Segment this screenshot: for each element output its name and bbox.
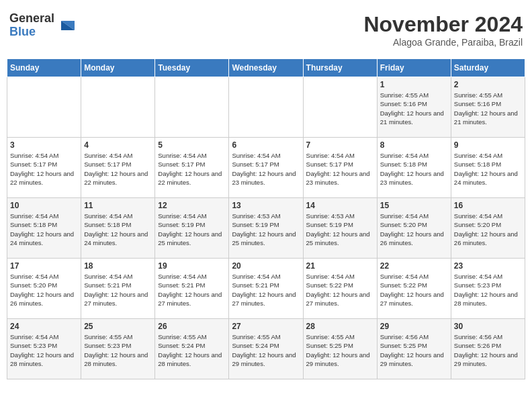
weekday-header-tuesday: Tuesday	[155, 59, 229, 77]
calendar-cell: 20Sunrise: 4:54 AM Sunset: 5:21 PM Dayli…	[229, 259, 303, 319]
calendar-cell: 22Sunrise: 4:54 AM Sunset: 5:22 PM Dayli…	[377, 259, 451, 319]
day-info: Sunrise: 4:55 AM Sunset: 5:25 PM Dayligh…	[306, 332, 374, 368]
day-info: Sunrise: 4:55 AM Sunset: 5:23 PM Dayligh…	[84, 332, 152, 368]
day-number: 17	[10, 261, 78, 271]
day-number: 20	[232, 261, 300, 271]
day-info: Sunrise: 4:54 AM Sunset: 5:20 PM Dayligh…	[454, 212, 522, 247]
calendar-cell: 13Sunrise: 4:53 AM Sunset: 5:19 PM Dayli…	[229, 198, 303, 259]
calendar-cell: 18Sunrise: 4:54 AM Sunset: 5:21 PM Dayli…	[81, 259, 155, 319]
calendar-cell: 21Sunrise: 4:54 AM Sunset: 5:22 PM Dayli…	[303, 259, 377, 319]
day-number: 5	[158, 140, 226, 150]
day-info: Sunrise: 4:56 AM Sunset: 5:26 PM Dayligh…	[454, 332, 522, 368]
day-info: Sunrise: 4:54 AM Sunset: 5:20 PM Dayligh…	[380, 212, 448, 247]
weekday-header-saturday: Saturday	[451, 59, 525, 77]
day-info: Sunrise: 4:54 AM Sunset: 5:23 PM Dayligh…	[10, 332, 78, 368]
day-number: 18	[84, 261, 152, 271]
logo: General Blue	[9, 12, 76, 39]
day-info: Sunrise: 4:54 AM Sunset: 5:20 PM Dayligh…	[10, 272, 78, 308]
day-number: 1	[380, 80, 448, 89]
day-info: Sunrise: 4:54 AM Sunset: 5:22 PM Dayligh…	[380, 272, 448, 308]
page-header: General Blue November 2024 Alagoa Grande…	[7, 7, 525, 53]
day-info: Sunrise: 4:54 AM Sunset: 5:22 PM Dayligh…	[306, 272, 374, 308]
calendar-cell: 7Sunrise: 4:54 AM Sunset: 5:17 PM Daylig…	[303, 138, 377, 198]
day-info: Sunrise: 4:54 AM Sunset: 5:17 PM Dayligh…	[232, 151, 300, 187]
calendar-cell: 3Sunrise: 4:54 AM Sunset: 5:17 PM Daylig…	[7, 138, 81, 198]
calendar-cell: 24Sunrise: 4:54 AM Sunset: 5:23 PM Dayli…	[7, 319, 81, 379]
calendar-cell: 6Sunrise: 4:54 AM Sunset: 5:17 PM Daylig…	[229, 138, 303, 198]
day-number: 2	[454, 80, 522, 89]
month-year-title: November 2024	[363, 12, 523, 37]
day-number: 28	[306, 322, 374, 331]
day-number: 29	[380, 322, 448, 331]
day-info: Sunrise: 4:54 AM Sunset: 5:23 PM Dayligh…	[454, 272, 522, 308]
day-number: 24	[10, 322, 78, 331]
calendar-cell: 28Sunrise: 4:55 AM Sunset: 5:25 PM Dayli…	[303, 319, 377, 379]
calendar-cell: 11Sunrise: 4:54 AM Sunset: 5:18 PM Dayli…	[81, 198, 155, 259]
calendar-header: SundayMondayTuesdayWednesdayThursdayFrid…	[7, 59, 525, 77]
day-info: Sunrise: 4:54 AM Sunset: 5:19 PM Dayligh…	[158, 212, 226, 247]
day-info: Sunrise: 4:54 AM Sunset: 5:18 PM Dayligh…	[380, 151, 448, 187]
day-info: Sunrise: 4:54 AM Sunset: 5:17 PM Dayligh…	[84, 151, 152, 187]
day-info: Sunrise: 4:53 AM Sunset: 5:19 PM Dayligh…	[232, 212, 300, 247]
day-number: 4	[84, 140, 152, 150]
day-info: Sunrise: 4:54 AM Sunset: 5:17 PM Dayligh…	[306, 151, 374, 187]
calendar-cell: 26Sunrise: 4:55 AM Sunset: 5:24 PM Dayli…	[155, 319, 229, 379]
day-number: 15	[380, 201, 448, 210]
calendar-cell: 17Sunrise: 4:54 AM Sunset: 5:20 PM Dayli…	[7, 259, 81, 319]
day-number: 13	[232, 201, 300, 210]
day-number: 27	[232, 322, 300, 331]
calendar-cell	[7, 77, 81, 138]
calendar-cell: 19Sunrise: 4:54 AM Sunset: 5:21 PM Dayli…	[155, 259, 229, 319]
calendar-week-row: 3Sunrise: 4:54 AM Sunset: 5:17 PM Daylig…	[7, 138, 525, 198]
calendar-week-row: 1Sunrise: 4:55 AM Sunset: 5:16 PM Daylig…	[7, 77, 525, 138]
day-info: Sunrise: 4:54 AM Sunset: 5:17 PM Dayligh…	[10, 151, 78, 187]
calendar-week-row: 17Sunrise: 4:54 AM Sunset: 5:20 PM Dayli…	[7, 259, 525, 319]
calendar-cell: 16Sunrise: 4:54 AM Sunset: 5:20 PM Dayli…	[451, 198, 525, 259]
calendar-cell: 27Sunrise: 4:55 AM Sunset: 5:24 PM Dayli…	[229, 319, 303, 379]
weekday-header-wednesday: Wednesday	[229, 59, 303, 77]
day-number: 11	[84, 201, 152, 210]
day-number: 23	[454, 261, 522, 271]
day-number: 26	[158, 322, 226, 331]
day-number: 10	[10, 201, 78, 210]
day-info: Sunrise: 4:54 AM Sunset: 5:21 PM Dayligh…	[158, 272, 226, 308]
day-info: Sunrise: 4:56 AM Sunset: 5:25 PM Dayligh…	[380, 332, 448, 368]
calendar-week-row: 24Sunrise: 4:54 AM Sunset: 5:23 PM Dayli…	[7, 319, 525, 379]
calendar-cell: 25Sunrise: 4:55 AM Sunset: 5:23 PM Dayli…	[81, 319, 155, 379]
calendar-body: 1Sunrise: 4:55 AM Sunset: 5:16 PM Daylig…	[7, 77, 525, 379]
day-info: Sunrise: 4:54 AM Sunset: 5:17 PM Dayligh…	[158, 151, 226, 187]
day-info: Sunrise: 4:54 AM Sunset: 5:18 PM Dayligh…	[454, 151, 522, 187]
logo-text: General Blue	[9, 12, 54, 39]
calendar-week-row: 10Sunrise: 4:54 AM Sunset: 5:18 PM Dayli…	[7, 198, 525, 259]
calendar-cell: 9Sunrise: 4:54 AM Sunset: 5:18 PM Daylig…	[451, 138, 525, 198]
day-info: Sunrise: 4:53 AM Sunset: 5:19 PM Dayligh…	[306, 212, 374, 247]
day-number: 8	[380, 140, 448, 150]
calendar-cell: 8Sunrise: 4:54 AM Sunset: 5:18 PM Daylig…	[377, 138, 451, 198]
weekday-header-row: SundayMondayTuesdayWednesdayThursdayFrid…	[7, 59, 525, 77]
calendar-cell: 23Sunrise: 4:54 AM Sunset: 5:23 PM Dayli…	[451, 259, 525, 319]
logo-icon	[56, 15, 76, 36]
calendar-cell	[303, 77, 377, 138]
day-number: 19	[158, 261, 226, 271]
weekday-header-thursday: Thursday	[303, 59, 377, 77]
day-number: 7	[306, 140, 374, 150]
day-info: Sunrise: 4:55 AM Sunset: 5:16 PM Dayligh…	[454, 91, 522, 126]
day-number: 9	[454, 140, 522, 150]
calendar-cell: 4Sunrise: 4:54 AM Sunset: 5:17 PM Daylig…	[81, 138, 155, 198]
day-number: 14	[306, 201, 374, 210]
weekday-header-friday: Friday	[377, 59, 451, 77]
calendar-cell: 15Sunrise: 4:54 AM Sunset: 5:20 PM Dayli…	[377, 198, 451, 259]
day-number: 22	[380, 261, 448, 271]
day-info: Sunrise: 4:55 AM Sunset: 5:16 PM Dayligh…	[380, 91, 448, 126]
calendar-table: SundayMondayTuesdayWednesdayThursdayFrid…	[7, 58, 525, 379]
calendar-cell: 29Sunrise: 4:56 AM Sunset: 5:25 PM Dayli…	[377, 319, 451, 379]
day-info: Sunrise: 4:54 AM Sunset: 5:18 PM Dayligh…	[10, 212, 78, 247]
calendar-cell	[229, 77, 303, 138]
day-number: 21	[306, 261, 374, 271]
calendar-cell: 2Sunrise: 4:55 AM Sunset: 5:16 PM Daylig…	[451, 77, 525, 138]
calendar-cell	[155, 77, 229, 138]
day-info: Sunrise: 4:54 AM Sunset: 5:18 PM Dayligh…	[84, 212, 152, 247]
day-number: 30	[454, 322, 522, 331]
calendar-cell: 5Sunrise: 4:54 AM Sunset: 5:17 PM Daylig…	[155, 138, 229, 198]
day-info: Sunrise: 4:54 AM Sunset: 5:21 PM Dayligh…	[232, 272, 300, 308]
